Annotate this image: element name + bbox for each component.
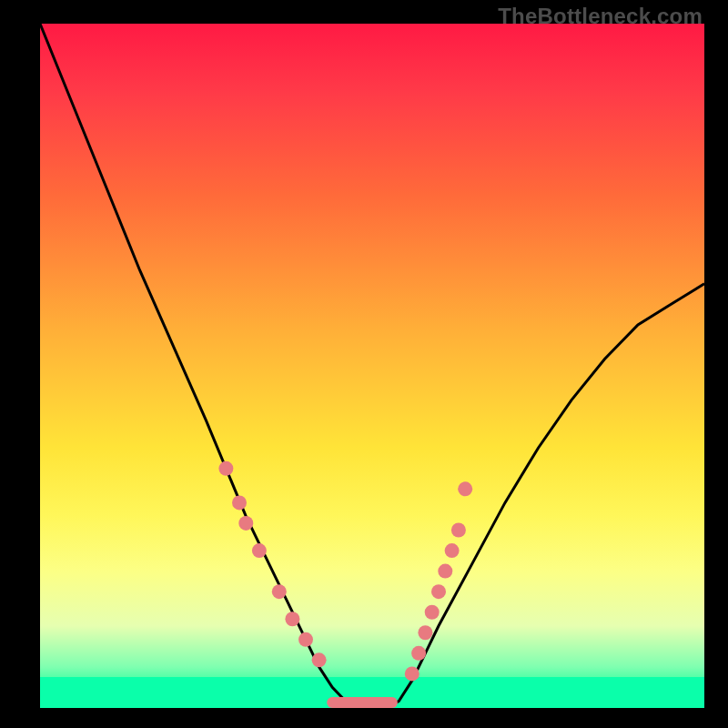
marker-dot [232,495,247,510]
chart-container: TheBottleneck.com [0,0,728,728]
marker-dot [451,522,466,537]
marker-dot [458,481,472,496]
bottleneck-curve [40,24,704,708]
marker-dot [405,666,420,681]
marker-dot [445,543,460,558]
marker-dot [298,632,313,647]
watermark-text: TheBottleneck.com [498,4,703,29]
marker-dot [285,612,299,626]
curve-svg [40,24,704,708]
marker-dot [272,584,287,599]
marker-dot [425,605,440,620]
marker-dot [411,646,426,661]
marker-dot [238,516,253,531]
marker-dot [218,461,233,476]
marker-dot [418,625,432,640]
marker-dot [252,543,267,558]
marker-dot [431,584,446,599]
marker-dot [312,652,327,667]
marker-dot [438,564,452,579]
plot-area [40,24,704,708]
